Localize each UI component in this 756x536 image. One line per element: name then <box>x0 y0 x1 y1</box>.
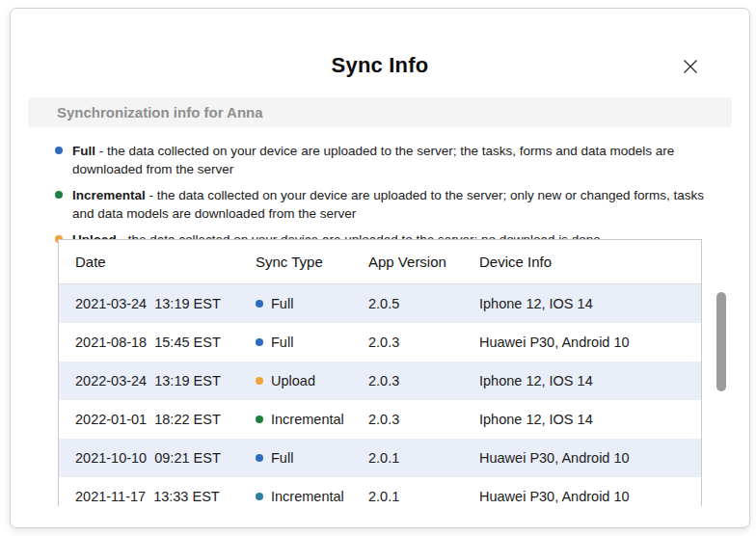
cell-device-info: Huawei P30, Android 10 <box>479 489 701 504</box>
table-row[interactable]: 2021-03-24 13:19 EST Full 2.0.5 Iphone 1… <box>59 284 701 323</box>
sync-type-label: Incremental <box>271 412 344 427</box>
cell-date: 2022-03-24 13:19 EST <box>59 373 256 389</box>
sync-type-dot <box>256 300 263 308</box>
cell-sync-type: Incremental <box>256 489 368 504</box>
cell-device-info: Huawei P30, Android 10 <box>479 450 701 466</box>
cell-sync-type: Full <box>256 450 368 466</box>
table-row[interactable]: 2022-01-01 18:22 EST Incremental 2.0.3 I… <box>59 400 701 439</box>
cell-date: 2021-10-10 09:21 EST <box>59 450 256 466</box>
sync-type-label: Upload <box>271 373 315 389</box>
table-row[interactable]: 2022-03-24 13:19 EST Upload 2.0.3 Iphone… <box>59 362 701 400</box>
cell-date: 2021-03-24 13:19 EST <box>59 296 256 311</box>
sync-type-label: Full <box>271 296 293 311</box>
column-header-date: Date <box>59 254 256 270</box>
column-header-sync-type: Sync Type <box>256 254 368 270</box>
cell-sync-type: Full <box>256 335 368 350</box>
modal-title: Sync Info <box>11 53 749 78</box>
sync-type-dot <box>256 338 263 346</box>
cell-app-version: 2.0.3 <box>368 373 479 389</box>
sync-type-dot <box>256 454 263 462</box>
table-header-row: Date Sync Type App Version Device Info <box>59 240 701 284</box>
column-header-app-version: App Version <box>368 254 479 270</box>
banner-text: Synchronization info for Anna <box>57 104 263 121</box>
sync-type-label: Incremental <box>271 489 344 504</box>
sync-type-label: Full <box>271 450 293 466</box>
cell-date: 2022-01-01 18:22 EST <box>59 412 256 427</box>
sync-type-dot <box>55 191 63 199</box>
cell-app-version: 2.0.3 <box>368 335 479 350</box>
cell-date: 2021-08-18 15:45 EST <box>59 335 256 350</box>
sync-type-label: Full <box>271 335 293 350</box>
cell-app-version: 2.0.1 <box>368 489 479 504</box>
legend-text: Incremental - the data collected on your… <box>72 186 722 223</box>
cell-sync-type: Upload <box>256 373 368 389</box>
scrollbar-thumb[interactable] <box>716 292 726 391</box>
cell-device-info: Iphone 12, IOS 14 <box>479 412 701 427</box>
table-row[interactable]: 2021-11-17 13:33 EST Incremental 2.0.1 H… <box>59 477 701 506</box>
close-icon <box>683 59 698 74</box>
close-button[interactable] <box>680 56 701 77</box>
cell-app-version: 2.0.3 <box>368 412 479 427</box>
cell-device-info: Huawei P30, Android 10 <box>479 335 701 350</box>
legend-text: Full - the data collected on your device… <box>72 142 722 178</box>
sync-type-dot <box>256 415 263 423</box>
sync-type-dot <box>55 147 63 154</box>
cell-date: 2021-11-17 13:33 EST <box>59 489 256 504</box>
sync-info-modal: Sync Info Synchronization info for Anna … <box>10 8 750 528</box>
table-body: 2021-03-24 13:19 EST Full 2.0.5 Iphone 1… <box>59 284 701 506</box>
cell-app-version: 2.0.5 <box>368 296 479 311</box>
sync-table: Date Sync Type App Version Device Info 2… <box>58 239 702 506</box>
banner: Synchronization info for Anna <box>28 97 732 127</box>
column-header-device-info: Device Info <box>479 254 701 270</box>
legend-item: Incremental - the data collected on your… <box>55 186 722 223</box>
cell-device-info: Iphone 12, IOS 14 <box>479 373 701 389</box>
table-row[interactable]: 2021-10-10 09:21 EST Full 2.0.1 Huawei P… <box>59 439 701 477</box>
cell-device-info: Iphone 12, IOS 14 <box>479 296 701 311</box>
cell-app-version: 2.0.1 <box>368 450 479 466</box>
cell-sync-type: Incremental <box>256 412 368 427</box>
sync-type-dot <box>256 377 263 385</box>
legend-item: Full - the data collected on your device… <box>55 142 722 178</box>
cell-sync-type: Full <box>256 296 368 311</box>
table-row[interactable]: 2021-08-18 15:45 EST Full 2.0.3 Huawei P… <box>59 323 701 362</box>
sync-type-dot <box>256 493 263 500</box>
